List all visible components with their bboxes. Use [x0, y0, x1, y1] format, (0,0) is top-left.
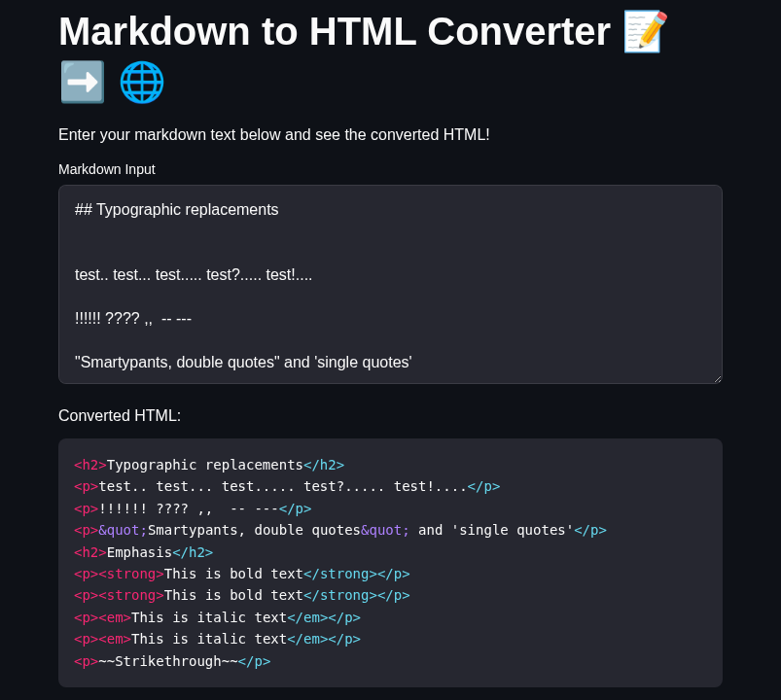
code-token: <em>	[98, 610, 131, 625]
code-token: </h2>	[172, 544, 213, 560]
code-token: This is bold text	[164, 587, 303, 603]
intro-text: Enter your markdown text below and see t…	[58, 126, 723, 144]
code-token: <h2>	[74, 457, 107, 472]
code-token: <p>	[74, 587, 98, 603]
markdown-input[interactable]	[58, 185, 723, 384]
code-token: and 'single quotes'	[410, 522, 575, 538]
code-token: </p>	[468, 478, 501, 494]
code-token: <em>	[98, 631, 131, 647]
code-token: This is italic text	[131, 610, 287, 625]
code-token: <p>	[74, 566, 98, 581]
markdown-input-label: Markdown Input	[58, 161, 723, 177]
code-token: <p>	[74, 522, 98, 538]
code-token: </p>	[377, 566, 410, 581]
code-token: </strong>	[303, 566, 377, 581]
code-token: &quot;	[361, 522, 410, 538]
code-token: ~~Strikethrough~~	[98, 653, 237, 669]
code-token: This is italic text	[131, 631, 287, 647]
code-token: Typographic replacements	[107, 457, 303, 472]
code-token: </p>	[574, 522, 607, 538]
code-token: &quot;	[98, 522, 148, 538]
code-token: Smartypants, double quotes	[148, 522, 361, 538]
code-token: <h2>	[74, 544, 107, 560]
code-token: </p>	[279, 501, 312, 516]
code-token: <strong>	[98, 587, 163, 603]
code-token: Emphasis	[107, 544, 172, 560]
code-token: </h2>	[303, 457, 344, 472]
code-token: </p>	[328, 610, 361, 625]
code-token: </p>	[328, 631, 361, 647]
code-token: <p>	[74, 501, 98, 516]
code-token: </p>	[377, 587, 410, 603]
code-token: !!!!!! ???? ,, -- ---	[98, 501, 278, 516]
code-token: <p>	[74, 610, 98, 625]
code-token: <p>	[74, 653, 98, 669]
code-token: </strong>	[303, 587, 377, 603]
html-output: <h2>Typographic replacements</h2> <p>tes…	[58, 438, 723, 687]
code-token: <p>	[74, 478, 98, 494]
code-token: <strong>	[98, 566, 163, 581]
code-token: <p>	[74, 631, 98, 647]
code-token: </em>	[287, 610, 328, 625]
page-title: Markdown to HTML Converter 📝 ➡️ 🌐	[58, 0, 723, 107]
code-token: </em>	[287, 631, 328, 647]
code-token: This is bold text	[164, 566, 303, 581]
code-token: test.. test... test..... test?..... test…	[98, 478, 467, 494]
output-label: Converted HTML:	[58, 407, 723, 425]
code-token: </p>	[238, 653, 271, 669]
